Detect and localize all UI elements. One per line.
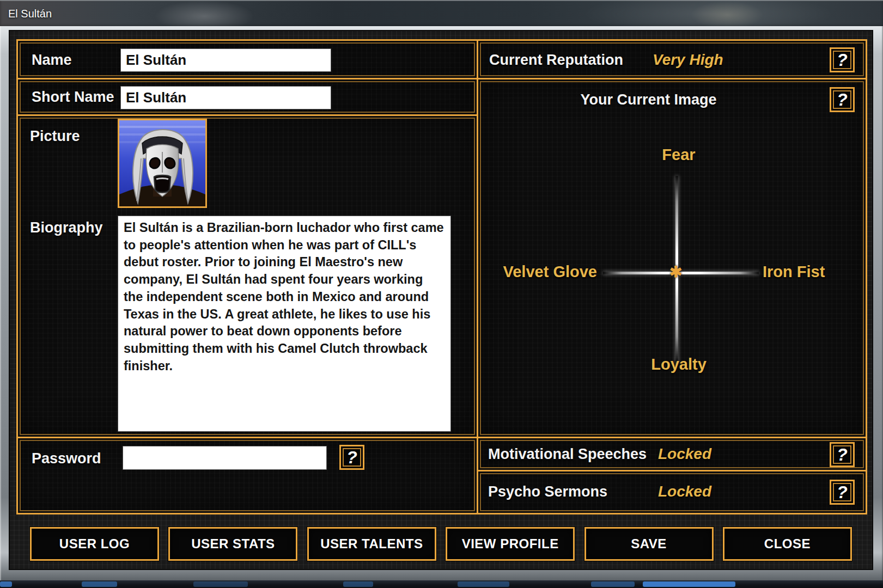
window-titlebar[interactable]: El Sultán	[0, 0, 883, 27]
user-talents-button[interactable]: USER TALENTS	[307, 527, 436, 561]
dialog-content: Name Short Name Picture	[9, 30, 873, 570]
question-mark-icon: ?	[837, 445, 848, 465]
question-mark-icon: ?	[837, 50, 848, 70]
short-name-row-panel: Short Name	[16, 78, 478, 116]
password-row-panel: Password ?	[16, 437, 478, 514]
question-mark-icon: ?	[837, 90, 848, 110]
taskbar-item	[458, 581, 509, 587]
background-taskbar-strip	[0, 580, 883, 588]
picture-box[interactable]	[118, 119, 207, 208]
view-profile-button[interactable]: VIEW PROFILE	[446, 527, 575, 561]
question-mark-icon: ?	[346, 448, 357, 468]
taskbar-item	[0, 581, 12, 587]
reputation-label: Current Reputation	[489, 52, 623, 69]
picture-bio-panel: Picture	[16, 114, 478, 438]
reputation-help-button[interactable]: ?	[830, 47, 855, 72]
taskbar-item	[643, 581, 735, 587]
taskbar-item	[343, 581, 373, 587]
axis-label-velvet-glove: Velvet Glove	[489, 263, 597, 281]
bottom-button-row: USER LOG USER STATS USER TALENTS VIEW PR…	[30, 527, 852, 561]
taskbar-item	[591, 581, 635, 587]
question-mark-icon: ?	[837, 482, 848, 503]
psycho-sermons-value: Locked	[658, 483, 711, 500]
picture-label: Picture	[30, 128, 80, 145]
user-log-button[interactable]: USER LOG	[30, 527, 159, 561]
current-image-help-button[interactable]: ?	[830, 87, 855, 112]
taskbar-item	[193, 581, 248, 587]
user-stats-button[interactable]: USER STATS	[168, 527, 297, 561]
name-row-panel: Name	[16, 39, 478, 79]
save-button[interactable]: SAVE	[584, 527, 714, 561]
psycho-sermons-help-button[interactable]: ?	[830, 480, 855, 505]
name-label: Name	[32, 52, 72, 69]
axis-label-loyalty: Loyalty	[635, 356, 722, 373]
taskbar-item	[82, 581, 117, 587]
password-input[interactable]	[123, 446, 327, 470]
window-frame: Name Short Name Picture	[0, 26, 883, 580]
axis-label-fear: Fear	[635, 146, 722, 164]
motivational-speeches-help-button[interactable]: ?	[830, 442, 855, 467]
motivational-speeches-value: Locked	[658, 445, 711, 463]
psycho-sermons-label: Psycho Sermons	[488, 483, 607, 500]
password-help-button[interactable]: ?	[339, 445, 364, 470]
reputation-row-panel: Current Reputation Very High ?	[477, 39, 867, 79]
game-window: El Sultán Name Short Name Picture	[0, 0, 883, 588]
motivational-speeches-panel: Motivational Speeches Locked ?	[477, 437, 867, 471]
compass-position-marker: ✱	[669, 265, 682, 280]
short-name-label: Short Name	[32, 89, 114, 106]
psycho-sermons-panel: Psycho Sermons Locked ?	[477, 470, 867, 514]
window-title: El Sultán	[8, 8, 52, 20]
luchador-portrait-image	[119, 120, 205, 206]
password-label: Password	[32, 450, 101, 467]
biography-label: Biography	[30, 219, 103, 236]
close-button[interactable]: CLOSE	[723, 527, 852, 561]
current-image-title: Your Current Image	[478, 91, 819, 108]
biography-textarea[interactable]: El Sultán is a Brazilian-born luchador w…	[118, 216, 451, 432]
name-input[interactable]	[120, 48, 331, 72]
motivational-speeches-label: Motivational Speeches	[488, 446, 647, 463]
short-name-input[interactable]	[120, 86, 331, 109]
reputation-value: Very High	[653, 51, 723, 69]
axis-label-iron-fist: Iron Fist	[763, 263, 825, 281]
current-image-panel: Your Current Image ? Fear Loyalty Velvet…	[477, 78, 867, 438]
